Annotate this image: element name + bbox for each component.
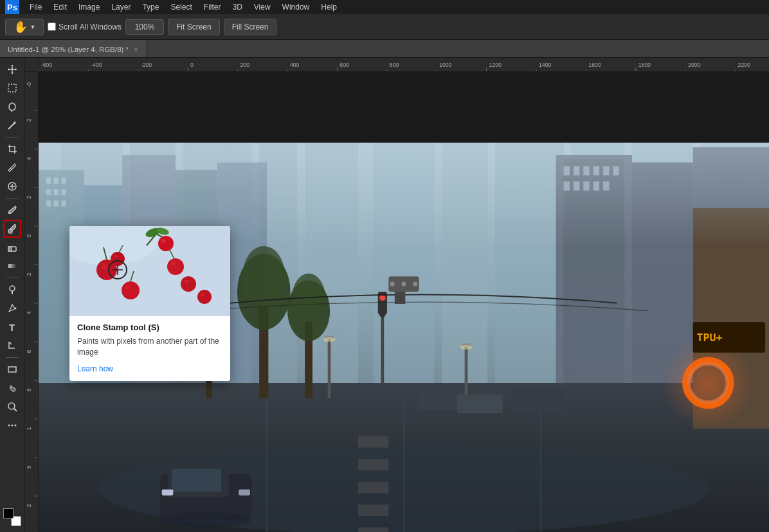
scroll-all-windows-label[interactable]: Scroll All Windows	[48, 22, 122, 31]
tab-title: Untitled-1 @ 25% (Layer 4, RGB/8) *	[8, 46, 129, 53]
svg-point-30	[14, 425, 16, 427]
tool-gradient[interactable]	[3, 257, 21, 275]
ruler-top: -600 -400 -200 0 200 400 600 800	[39, 58, 769, 72]
menu-window[interactable]: Window	[277, 1, 315, 13]
tool-pen[interactable]	[3, 299, 21, 317]
svg-point-154	[390, 282, 395, 287]
tool-brush[interactable]	[3, 201, 21, 219]
left-toolbar: T	[0, 58, 24, 532]
tooltip-learn-how-link[interactable]: Learn how	[77, 364, 113, 373]
svg-text:-400: -400	[91, 62, 102, 68]
tool-magic-wand[interactable]	[3, 116, 21, 134]
document-tab[interactable]: Untitled-1 @ 25% (Layer 4, RGB/8) * ×	[0, 40, 147, 57]
tool-dodge[interactable]	[3, 281, 21, 299]
tool-move[interactable]	[3, 60, 21, 78]
tool-lasso[interactable]	[3, 98, 21, 116]
svg-rect-175	[172, 469, 221, 492]
svg-rect-25	[8, 367, 16, 372]
svg-point-150	[379, 295, 385, 301]
tooltip-body: Clone Stamp tool (S) Paints with pixels …	[69, 316, 230, 381]
svg-text:1000: 1000	[439, 62, 451, 68]
svg-rect-137	[358, 482, 388, 493]
svg-rect-157	[395, 292, 406, 304]
svg-rect-3	[8, 84, 16, 92]
fit-screen-button[interactable]: Fit Screen	[168, 19, 220, 35]
svg-point-163	[460, 345, 473, 350]
svg-text:1200: 1200	[489, 62, 502, 68]
svg-point-152	[379, 312, 385, 317]
svg-text:1600: 1600	[588, 62, 601, 68]
svg-rect-176	[162, 490, 174, 495]
tool-zoom[interactable]	[3, 398, 21, 416]
svg-point-28	[8, 425, 10, 427]
svg-text:0: 0	[190, 62, 194, 68]
canvas-bg-top	[39, 72, 769, 143]
scroll-all-windows-checkbox[interactable]	[48, 22, 56, 31]
tool-clone-stamp[interactable]	[3, 220, 21, 238]
menu-bar: Ps File Edit Image Layer Type Select Fil…	[0, 0, 769, 14]
svg-text:0: 0	[26, 234, 32, 237]
tool-separator-4	[6, 357, 19, 358]
canvas-area[interactable]: -600 -400 -200 0 200 400 600 800	[24, 58, 769, 532]
menu-3d[interactable]: 3D	[227, 1, 247, 13]
svg-point-160	[323, 337, 336, 342]
menu-view[interactable]: View	[249, 1, 276, 13]
tool-marquee[interactable]	[3, 79, 21, 97]
menu-image[interactable]: Image	[73, 1, 105, 13]
menu-filter[interactable]: Filter	[199, 1, 226, 13]
svg-point-198	[161, 239, 166, 243]
menu-select[interactable]: Select	[165, 1, 197, 13]
tool-hand[interactable]	[3, 379, 21, 397]
menu-edit[interactable]: Edit	[48, 1, 72, 13]
foreground-color-swatch[interactable]	[3, 508, 14, 519]
tool-eyedropper[interactable]	[3, 159, 21, 177]
tooltip-preview-image	[69, 226, 230, 316]
zoom-level-display[interactable]: 100%	[125, 19, 164, 35]
svg-text:-0: -0	[26, 82, 32, 87]
color-swatches[interactable]	[3, 508, 21, 526]
menu-file[interactable]: File	[24, 1, 47, 13]
svg-point-213	[197, 290, 212, 304]
menu-type[interactable]: Type	[137, 1, 164, 13]
svg-text:2200: 2200	[738, 62, 750, 68]
tool-path-select[interactable]	[3, 337, 21, 355]
tooltip-popup: Clone Stamp tool (S) Paints with pixels …	[69, 226, 230, 381]
tool-separator-3	[6, 278, 19, 278]
svg-point-23	[11, 305, 13, 306]
hand-icon: ✋	[14, 20, 28, 34]
svg-line-27	[14, 409, 17, 411]
svg-text:4: 4	[26, 157, 32, 160]
fill-screen-button[interactable]: Fill Screen	[224, 19, 277, 35]
svg-rect-62	[24, 72, 39, 532]
tab-close-button[interactable]: ×	[134, 46, 138, 53]
svg-point-203	[101, 264, 107, 269]
tool-separator-2	[6, 198, 19, 199]
svg-text:8: 8	[26, 388, 32, 391]
svg-text:2: 2	[26, 195, 32, 199]
tool-shape[interactable]	[3, 360, 21, 378]
svg-rect-161	[465, 345, 468, 398]
menu-help[interactable]: Help	[316, 1, 342, 13]
svg-point-197	[158, 236, 174, 251]
svg-point-156	[413, 282, 417, 287]
svg-point-207	[171, 262, 176, 265]
tool-crop[interactable]	[3, 140, 21, 158]
svg-rect-19	[8, 247, 12, 251]
svg-text:1400: 1400	[539, 62, 551, 68]
svg-text:400: 400	[290, 62, 300, 68]
tool-more[interactable]	[3, 416, 21, 434]
tool-eraser[interactable]	[3, 238, 21, 256]
ruler-top-svg: -600 -400 -200 0 200 400 600 800	[39, 58, 769, 72]
zoom-value: 100%	[135, 22, 155, 31]
svg-text:2: 2	[26, 118, 32, 121]
canvas-content[interactable]: TPU+	[39, 72, 769, 532]
tool-healing[interactable]	[3, 177, 21, 195]
main-area: T	[0, 58, 769, 532]
svg-text:200: 200	[240, 62, 250, 68]
hand-tool-button[interactable]: ✋ ▼	[5, 19, 44, 35]
svg-point-209	[185, 280, 189, 283]
svg-rect-135	[358, 436, 388, 448]
tool-type[interactable]: T	[3, 318, 21, 336]
menu-layer[interactable]: Layer	[106, 1, 136, 13]
svg-text:6: 6	[26, 350, 32, 353]
